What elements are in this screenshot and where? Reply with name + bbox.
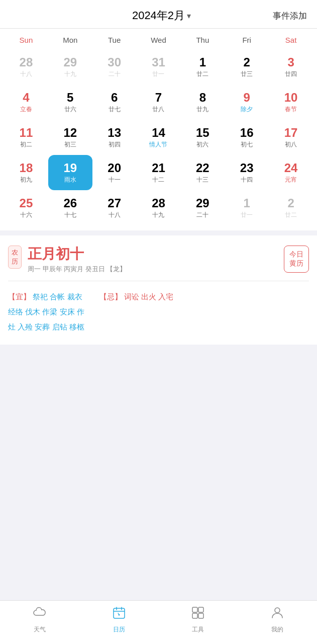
- day-lunar: 十八: [109, 211, 121, 219]
- day-cell-6[interactable]: 3廿四: [269, 49, 313, 85]
- day-number: 11: [20, 126, 33, 140]
- nav-weather[interactable]: 天气: [22, 606, 57, 634]
- nav-profile[interactable]: 我的: [260, 606, 295, 634]
- day-cell-8[interactable]: 5廿六: [48, 85, 92, 120]
- day-number: 20: [108, 161, 121, 176]
- day-cell-20[interactable]: 17初八: [269, 120, 313, 155]
- svg-rect-8: [192, 613, 197, 618]
- day-cell-15[interactable]: 12初三: [48, 120, 92, 155]
- day-number: 29: [196, 196, 209, 211]
- day-number: 21: [152, 161, 165, 176]
- day-cell-18[interactable]: 15初六: [180, 120, 225, 155]
- weekday-headers: Sun Mon Tue Wed Thu Fri Sat: [4, 29, 313, 49]
- day-cell-29[interactable]: 26十七: [48, 190, 92, 225]
- day-lunar: 十七: [64, 211, 76, 219]
- day-cell-13[interactable]: 10春节: [269, 85, 313, 120]
- nav-tools[interactable]: 工具: [180, 606, 216, 634]
- day-lunar: 元宵: [285, 176, 297, 184]
- lunar-left: 农历 正月初十 周一 甲辰年 丙寅月 癸丑日 【龙】: [8, 246, 126, 274]
- day-cell-2[interactable]: 30二十: [92, 49, 137, 85]
- day-lunar: 十八: [20, 70, 32, 78]
- day-lunar: 初六: [196, 140, 208, 149]
- day-cell-25[interactable]: 22十三: [180, 155, 225, 190]
- day-lunar: 初四: [109, 140, 121, 149]
- day-cell-23[interactable]: 20十一: [92, 155, 137, 190]
- day-cell-1[interactable]: 29十九: [48, 49, 92, 85]
- weekday-thu: Thu: [180, 33, 225, 47]
- day-lunar: 廿二: [196, 70, 208, 78]
- calendar-icon: [112, 606, 126, 623]
- huangli-btn-line1: 今日: [289, 250, 303, 259]
- day-cell-34[interactable]: 2廿二: [269, 190, 313, 225]
- day-number: 15: [196, 126, 209, 140]
- day-cell-33[interactable]: 1廿一: [225, 190, 269, 225]
- day-cell-9[interactable]: 6廿七: [92, 85, 137, 120]
- svg-rect-7: [198, 607, 203, 612]
- day-cell-28[interactable]: 25十六: [4, 190, 48, 225]
- main-content: 2024年2月 ▾ 事件添加 Sun Mon Tue Wed Thu Fri S…: [0, 0, 317, 385]
- day-number: 17: [284, 126, 298, 140]
- day-lunar: 十九: [152, 211, 164, 219]
- lunar-day-info: 周一 甲辰年 丙寅月 癸丑日 【龙】: [28, 265, 126, 274]
- day-cell-27[interactable]: 24元宵: [269, 155, 313, 190]
- bottom-navigation: 天气 日历 工具: [0, 600, 317, 644]
- yi-items-2: 经络 伐木 作梁 安床 作: [8, 307, 84, 316]
- day-cell-0[interactable]: 28十八: [4, 49, 48, 85]
- day-cell-26[interactable]: 23十四: [225, 155, 269, 190]
- day-lunar: 十三: [196, 176, 208, 184]
- day-cell-10[interactable]: 7廿八: [137, 85, 181, 120]
- day-lunar: 十九: [64, 70, 76, 78]
- day-number: 1: [244, 196, 250, 211]
- day-lunar: 情人节: [149, 140, 167, 149]
- svg-rect-0: [114, 608, 125, 618]
- day-cell-12[interactable]: 9除夕: [225, 85, 269, 120]
- day-lunar: 廿七: [109, 105, 121, 114]
- day-lunar: 立春: [20, 105, 32, 114]
- detail-divider: [8, 281, 309, 281]
- chevron-down-icon: ▾: [187, 11, 191, 21]
- day-cell-30[interactable]: 27十八: [92, 190, 137, 225]
- day-cell-19[interactable]: 16初七: [225, 120, 269, 155]
- day-cell-24[interactable]: 21十二: [137, 155, 181, 190]
- huangli-button[interactable]: 今日 黄历: [284, 246, 309, 273]
- grid-icon: [191, 606, 205, 623]
- nav-profile-label: 我的: [271, 625, 283, 634]
- day-lunar: 廿二: [285, 211, 297, 219]
- nav-tools-label: 工具: [192, 625, 204, 634]
- day-cell-3[interactable]: 31廿一: [137, 49, 181, 85]
- day-cell-4[interactable]: 1廿二: [180, 49, 225, 85]
- day-cell-5[interactable]: 2廿三: [225, 49, 269, 85]
- days-grid: 28十八29十九30二十31廿一1廿二2廿三3廿四4立春5廿六6廿七7廿八8廿九…: [4, 49, 313, 225]
- day-number: 8: [199, 91, 206, 105]
- day-lunar: 十一: [109, 176, 121, 184]
- day-number: 19: [63, 161, 77, 176]
- day-cell-7[interactable]: 4立春: [4, 85, 48, 120]
- lunar-badge: 农历: [8, 246, 22, 269]
- day-number: 3: [287, 55, 294, 70]
- day-cell-32[interactable]: 29二十: [180, 190, 225, 225]
- nav-calendar[interactable]: 日历: [101, 606, 137, 634]
- add-event-button[interactable]: 事件添加: [273, 10, 307, 22]
- svg-point-10: [275, 608, 280, 613]
- day-lunar: 廿六: [64, 105, 76, 114]
- weekday-mon: Mon: [48, 33, 92, 47]
- day-cell-22[interactable]: 19雨水: [48, 155, 92, 190]
- weekday-tue: Tue: [92, 33, 137, 47]
- day-cell-11[interactable]: 8廿九: [180, 85, 225, 120]
- day-number: 6: [111, 91, 118, 105]
- huangli-btn-line2: 黄历: [289, 259, 303, 268]
- month-selector[interactable]: 2024年2月 ▾: [132, 8, 191, 23]
- day-cell-21[interactable]: 18初九: [4, 155, 48, 190]
- day-number: 2: [244, 55, 250, 70]
- day-lunar: 雨水: [64, 176, 76, 184]
- day-number: 23: [240, 161, 254, 176]
- day-cell-16[interactable]: 13初四: [92, 120, 137, 155]
- cloud-icon: [33, 606, 47, 623]
- day-number: 10: [284, 91, 298, 105]
- calendar-header: 2024年2月 ▾ 事件添加: [0, 0, 317, 29]
- day-cell-17[interactable]: 14情人节: [137, 120, 181, 155]
- day-cell-14[interactable]: 11初二: [4, 120, 48, 155]
- day-cell-31[interactable]: 28十九: [137, 190, 181, 225]
- day-number: 22: [196, 161, 209, 176]
- day-number: 16: [240, 126, 254, 140]
